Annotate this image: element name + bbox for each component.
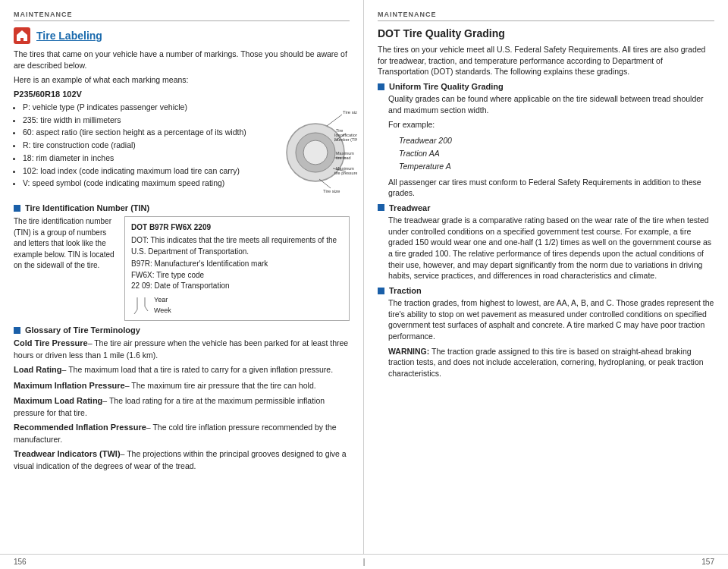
left-intro: The tires that came on your vehicle have… (14, 49, 350, 71)
bullet-item: V: speed symbol (code indicating maximum… (23, 178, 269, 189)
right-intro: The tires on your vehicle meet all U.S. … (378, 44, 714, 77)
example-line-2: Temperature A (399, 160, 714, 173)
blue-square-icon (14, 205, 20, 212)
tin-box-line-3: 22 09: Date of Transportation (131, 281, 343, 292)
treadwear-section-header: Treadwear (378, 203, 714, 212)
uniform-section-header: Uniform Tire Quality Grading (378, 82, 714, 91)
uniform-body: Quality grades can be found where applic… (388, 93, 714, 115)
tin-box-line-2: FW6X: Tire type code (131, 270, 343, 281)
tin-box-line-1: B97R: Manufacturer's Identification mark (131, 259, 343, 270)
left-column: MAINTENANCE Tire Labeling The tires that… (0, 0, 364, 554)
left-example-intro: Here is an example of what each marking … (14, 74, 350, 86)
svg-rect-1 (20, 38, 24, 41)
uniform-footer: All passenger car tires must conform to … (388, 177, 714, 199)
tire-diagram: Tire size Tire Identification Number (TI… (274, 103, 350, 203)
bullet-item: 235: tire width in millimeters (23, 115, 269, 126)
svg-text:Tire size: Tire size (323, 189, 340, 193)
right-column: MAINTENANCE DOT Tire Quality Grading The… (364, 0, 728, 554)
tin-section-header: Tire Identification Number (TIN) (14, 203, 350, 212)
example-code: P235/60R18 102V (14, 90, 350, 99)
svg-text:Number (TIN): Number (TIN) (334, 137, 357, 142)
blue-square-icon-5 (378, 288, 384, 294)
svg-text:Tire size: Tire size (343, 110, 357, 115)
bullet-item: 102: load index (code indicating maximum… (23, 165, 269, 177)
warning-body: The traction grade assigned to this tire… (388, 347, 704, 378)
tin-box-title: DOT B97R FW6X 2209 (131, 222, 343, 233)
week-label: Week (154, 305, 171, 316)
svg-text:tire pressure: tire pressure (334, 171, 357, 175)
traction-body: The traction grades, from highest to low… (388, 297, 714, 342)
example-label: For example: (388, 119, 714, 130)
glossary-list: Cold Tire Pressure– The tire air pressur… (14, 338, 350, 471)
bullet-item: R: tire construction code (radial) (23, 140, 269, 151)
svg-line-17 (319, 179, 331, 188)
tin-box-line-0: DOT: This indicates that the tire meets … (131, 235, 343, 257)
warning-text: WARNING: The traction grade assigned to … (388, 346, 714, 379)
glossary-item-1: Load Rating– The maximum load that a tir… (14, 364, 350, 376)
blue-square-icon-3 (378, 83, 384, 90)
left-header: MAINTENANCE (14, 11, 350, 21)
bullet-item: P: vehicle type (P indicates passenger v… (23, 102, 269, 113)
glossary-item-2: Maximum Inflation Pressure– The maximum … (14, 380, 350, 391)
svg-line-5 (327, 115, 342, 126)
pipe-separator: | (363, 558, 366, 566)
warning-label: WARNING: (388, 347, 429, 356)
right-header: MAINTENANCE (378, 11, 714, 21)
glossary-item-4: Recommended Inflation Pressure– The cold… (14, 422, 350, 445)
left-page-number: 156 (14, 558, 27, 566)
glossary-item-3: Maximum Load Rating– The load rating for… (14, 395, 350, 418)
year-label: Year (154, 294, 171, 305)
blue-square-icon-2 (14, 327, 20, 334)
svg-line-22 (145, 307, 148, 311)
right-section-title: DOT Tire Quality Grading (378, 27, 714, 39)
home-icon (14, 27, 30, 44)
example-line-0: Treadwear 200 (399, 134, 714, 147)
left-section-title: Tire Labeling (36, 30, 102, 42)
glossary-item-5: Treadwear Indicators (TWI)– The projecti… (14, 448, 350, 471)
svg-line-21 (134, 310, 137, 314)
bullet-item: 60: aspect ratio (tire section height as… (23, 127, 269, 138)
page-footer: 156 | 157 (0, 554, 728, 569)
blue-square-icon-4 (378, 204, 384, 211)
svg-text:tire load: tire load (336, 156, 351, 160)
right-page-number: 157 (701, 558, 714, 566)
glossary-section-header: Glossary of Tire Terminology (14, 325, 350, 335)
example-lines: Treadwear 200 Traction AA Temperature A (399, 134, 714, 172)
bullet-list: P: vehicle type (P indicates passenger v… (23, 102, 269, 189)
bullet-item: 18: rim diameter in inches (23, 152, 269, 164)
traction-section-header: Traction (378, 286, 714, 295)
svg-point-4 (303, 140, 328, 165)
example-line-1: Traction AA (399, 147, 714, 160)
tin-box: DOT B97R FW6X 2209 DOT: This indicates t… (124, 216, 350, 321)
tin-description: The tire identification number (TIN) is … (14, 216, 120, 321)
year-week-arrows-icon (131, 294, 154, 316)
glossary-item-0: Cold Tire Pressure– The tire air pressur… (14, 338, 350, 360)
treadwear-body: The treadwear grade is a comparative rat… (388, 215, 714, 281)
